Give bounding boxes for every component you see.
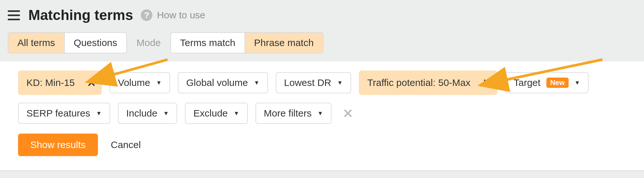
- filter-target[interactable]: Target New ▼: [505, 72, 588, 93]
- chevron-down-icon: ▼: [163, 110, 169, 117]
- filter-volume[interactable]: Volume ▼: [110, 72, 170, 93]
- filter-include[interactable]: Include ▼: [118, 103, 178, 124]
- chevron-down-icon: ▼: [96, 110, 102, 117]
- page-title: Matching terms: [28, 7, 133, 23]
- match-mode-segmented: Terms match Phrase match: [170, 32, 323, 53]
- help-icon: ?: [141, 9, 152, 21]
- filter-serp-features-label: SERP features: [26, 108, 90, 119]
- filter-traffic-potential[interactable]: Traffic potential: 50-Max: [359, 70, 497, 95]
- filter-exclude-label: Exclude: [193, 108, 228, 119]
- filter-target-label: Target: [514, 77, 540, 88]
- tab-all-terms[interactable]: All terms: [8, 33, 65, 53]
- chevron-down-icon: ▼: [234, 110, 239, 117]
- menu-icon[interactable]: [8, 9, 21, 22]
- filter-volume-label: Volume: [118, 77, 150, 88]
- filter-kd[interactable]: KD: Min-15: [18, 70, 102, 95]
- new-badge: New: [546, 78, 569, 88]
- filter-more-filters-label: More filters: [264, 108, 312, 119]
- filter-more-filters[interactable]: More filters ▼: [255, 103, 332, 124]
- tabs-row: All terms Questions Mode Terms match Phr…: [0, 26, 644, 61]
- close-icon[interactable]: [480, 76, 494, 90]
- page-header: Matching terms ? How to use: [0, 0, 644, 26]
- filter-serp-features[interactable]: SERP features ▼: [18, 103, 110, 124]
- terms-questions-segmented: All terms Questions: [8, 32, 127, 53]
- tab-terms-match[interactable]: Terms match: [171, 33, 245, 53]
- filter-include-label: Include: [126, 108, 158, 119]
- how-to-use-link[interactable]: ? How to use: [141, 9, 205, 21]
- clear-filters-icon[interactable]: [342, 107, 354, 119]
- filter-exclude[interactable]: Exclude ▼: [185, 103, 248, 124]
- how-to-use-label: How to use: [157, 10, 205, 21]
- filter-kd-label: KD: Min-15: [26, 77, 75, 88]
- close-icon[interactable]: [84, 76, 99, 90]
- chevron-down-icon: ▼: [156, 80, 162, 86]
- show-results-button[interactable]: Show results: [18, 134, 98, 156]
- chevron-down-icon: ▼: [317, 110, 323, 117]
- tab-phrase-match[interactable]: Phrase match: [245, 33, 323, 53]
- filter-global-volume[interactable]: Global volume ▼: [178, 72, 268, 93]
- filter-global-volume-label: Global volume: [186, 77, 248, 88]
- cancel-button[interactable]: Cancel: [111, 139, 141, 150]
- filters-row-2: SERP features ▼ Include ▼ Exclude ▼ More…: [18, 103, 626, 124]
- filter-lowest-dr-label: Lowest DR: [284, 77, 332, 88]
- filters-row-1: KD: Min-15 Volume ▼ Global volume ▼ Lowe…: [18, 70, 626, 95]
- chevron-down-icon: ▼: [574, 80, 580, 86]
- mode-label: Mode: [137, 37, 161, 48]
- tab-questions[interactable]: Questions: [65, 33, 126, 53]
- filters-panel: KD: Min-15 Volume ▼ Global volume ▼ Lowe…: [0, 61, 644, 171]
- actions-row: Show results Cancel: [18, 134, 626, 156]
- chevron-down-icon: ▼: [254, 80, 260, 86]
- filter-lowest-dr[interactable]: Lowest DR ▼: [276, 72, 351, 93]
- filter-traffic-potential-label: Traffic potential: 50-Max: [367, 77, 470, 88]
- chevron-down-icon: ▼: [337, 80, 343, 86]
